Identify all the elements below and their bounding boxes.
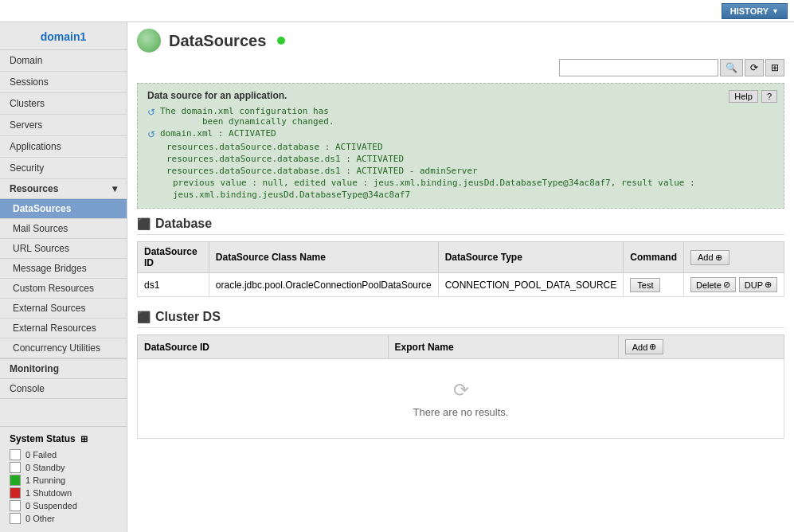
- sidebar-item-custom-resources[interactable]: Custom Resources: [0, 279, 127, 299]
- col-action-cluster: Add ⊕: [618, 335, 784, 359]
- info-text-4: resources.dataSource.database.ds1 : ACTI…: [166, 154, 404, 164]
- sidebar-domain[interactable]: domain1: [0, 22, 127, 50]
- info-box: Data source for an application. Help ? ↺…: [137, 83, 784, 209]
- resources-collapse-icon: ▾: [112, 183, 117, 194]
- status-failed-label: 0 Failed: [25, 450, 57, 460]
- delete-button[interactable]: Delete ⊘: [690, 277, 736, 292]
- top-bar: HISTORY ▼: [0, 0, 794, 22]
- status-suspended-row: 0 Suspended: [10, 500, 117, 511]
- system-status-label: System Status: [10, 433, 76, 444]
- info-line-1: ↺ The domain.xml configuration has been …: [147, 106, 774, 127]
- status-standby-box: [10, 462, 21, 473]
- database-add-icon: ⊕: [715, 252, 722, 263]
- history-button[interactable]: HISTORY ▼: [722, 3, 788, 19]
- info-line-6: previous value : null, edited value : je…: [147, 178, 774, 188]
- database-add-label: Add: [698, 252, 714, 262]
- test-button[interactable]: Test: [630, 278, 660, 292]
- sidebar-section-resources[interactable]: Resources ▾: [0, 179, 127, 199]
- no-results-icon: ⟳: [160, 379, 761, 401]
- database-add-button[interactable]: Add ⊕: [690, 250, 729, 265]
- sidebar-item-external-resources[interactable]: External Resources: [0, 319, 127, 338]
- search-button[interactable]: 🔍: [720, 59, 743, 76]
- help-button[interactable]: Help: [729, 90, 758, 103]
- info-text-6: previous value : null, edited value : je…: [173, 178, 695, 188]
- search-bar: 🔍 ⟳ ⊞: [137, 59, 784, 76]
- sidebar-spacer: [0, 399, 127, 426]
- delete-icon: ⊘: [723, 280, 730, 290]
- sidebar-item-domain[interactable]: Domain: [0, 50, 127, 72]
- row-action-cell: Delete ⊘ DUP ⊕: [690, 277, 777, 292]
- info-text-1: The domain.xml configuration has been dy…: [160, 106, 334, 127]
- info-box-title: Data source for an application.: [147, 90, 774, 101]
- sidebar-system-status: System Status ⊞ 0 Failed 0 Standby 1 Run…: [0, 426, 127, 532]
- status-other-box: [10, 513, 21, 524]
- sidebar-item-external-sources[interactable]: External Sources: [0, 299, 127, 319]
- database-section: ⬛ Database DataSource ID DataSource Clas…: [137, 217, 784, 297]
- refresh-icon-1: ↺: [147, 107, 155, 118]
- cluster-ds-header-row: DataSource ID Export Name Add ⊕: [138, 335, 784, 359]
- status-failed-row: 0 Failed: [10, 449, 117, 460]
- page-header: DataSources: [137, 29, 784, 53]
- sidebar-item-security[interactable]: Security: [0, 158, 127, 179]
- status-standby-label: 0 Standby: [25, 463, 65, 472]
- cluster-ds-title-label: Cluster DS: [155, 310, 221, 324]
- cluster-add-button[interactable]: Add ⊕: [625, 339, 664, 354]
- status-other-row: 0 Other: [10, 513, 117, 524]
- status-failed-box: [10, 449, 21, 460]
- status-running-box: [10, 475, 21, 486]
- col-cluster-datasource-id: DataSource ID: [138, 335, 389, 359]
- sidebar-item-servers[interactable]: Servers: [0, 115, 127, 136]
- database-section-title: ⬛ Database: [137, 217, 784, 235]
- main-layout: domain1 Domain Sessions Clusters Servers…: [0, 22, 794, 532]
- sidebar-item-console[interactable]: Console: [0, 379, 127, 399]
- dup-button[interactable]: DUP ⊕: [739, 277, 777, 292]
- help-icon-button[interactable]: ?: [761, 90, 777, 103]
- database-section-icon: ⬛: [137, 217, 151, 230]
- status-other-label: 0 Other: [25, 514, 55, 523]
- database-title-label: Database: [155, 217, 212, 231]
- row-action: Delete ⊘ DUP ⊕: [683, 273, 784, 297]
- row-command: Test: [624, 273, 684, 297]
- info-line-7: jeus.xml.binding.jeusDd.DatabaseType@34a…: [147, 190, 774, 200]
- database-table-header-row: DataSource ID DataSource Class Name Data…: [138, 242, 784, 273]
- col-action-db: Add ⊕: [683, 242, 784, 273]
- database-table: DataSource ID DataSource Class Name Data…: [137, 241, 784, 297]
- search-input[interactable]: [559, 59, 718, 76]
- sidebar-item-clusters[interactable]: Clusters: [0, 93, 127, 115]
- sidebar-item-concurrency-utilities[interactable]: Concurrency Utilities: [0, 338, 127, 358]
- status-suspended-box: [10, 500, 21, 511]
- page-title: DataSources: [169, 32, 266, 50]
- info-text-2: domain.xml : ACTIVATED: [160, 128, 276, 139]
- col-class-name: DataSource Class Name: [209, 242, 438, 273]
- dup-icon: ⊕: [765, 280, 772, 290]
- info-text-5: resources.dataSource.database.ds1 : ACTI…: [166, 166, 478, 176]
- sidebar-item-applications[interactable]: Applications: [0, 136, 127, 158]
- status-shutdown-row: 1 Shutdown: [10, 487, 117, 499]
- sidebar-section-monitoring[interactable]: Monitoring: [0, 358, 127, 379]
- refresh-button[interactable]: ⟳: [745, 59, 764, 76]
- cluster-ds-section: ⬛ Cluster DS DataSource ID Export Name A…: [137, 310, 784, 439]
- info-box-help: Help ?: [729, 90, 777, 103]
- sidebar-item-url-sources[interactable]: URL Sources: [0, 239, 127, 259]
- no-results-cell: ⟳ There are no results.: [138, 359, 784, 439]
- row-datasource-id: ds1: [138, 273, 209, 297]
- datasources-icon: [137, 29, 161, 53]
- sidebar-item-mail-sources[interactable]: Mail Sources: [0, 219, 127, 239]
- info-line-4: resources.dataSource.database.ds1 : ACTI…: [147, 154, 774, 164]
- sidebar-item-message-bridges[interactable]: Message Bridges: [0, 259, 127, 279]
- history-dropdown-arrow: ▼: [772, 7, 779, 15]
- info-text-3: resources.dataSource.database : ACTIVATE…: [166, 142, 383, 152]
- system-status-icon: ⊞: [80, 434, 88, 444]
- sidebar-item-sessions[interactable]: Sessions: [0, 72, 127, 93]
- status-standby-row: 0 Standby: [10, 462, 117, 473]
- status-suspended-label: 0 Suspended: [25, 501, 77, 510]
- export-button[interactable]: ⊞: [765, 59, 784, 76]
- info-line-2: ↺ domain.xml : ACTIVATED: [147, 128, 774, 140]
- sidebar-item-datasources[interactable]: DataSources: [0, 199, 127, 219]
- cluster-ds-section-icon: ⬛: [137, 311, 151, 323]
- status-shutdown-box: [10, 487, 21, 499]
- info-text-7: jeus.xml.binding.jeusDd.DatabaseType@34a…: [173, 190, 410, 200]
- cluster-add-icon: ⊕: [649, 342, 656, 352]
- sidebar: domain1 Domain Sessions Clusters Servers…: [0, 22, 127, 532]
- row-class-name: oracle.jdbc.pool.OracleConnectionPoolDat…: [209, 273, 438, 297]
